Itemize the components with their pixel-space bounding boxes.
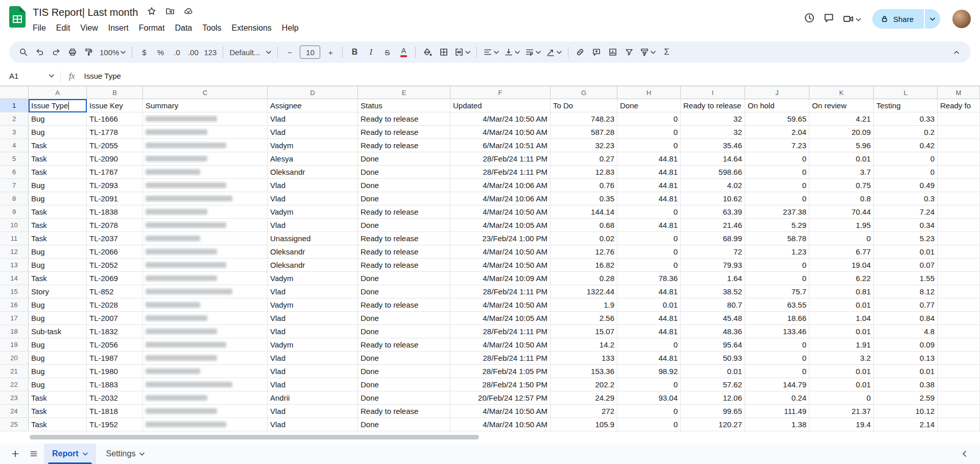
version-history-icon[interactable] xyxy=(804,12,815,26)
cell-on-review[interactable]: 0.8 xyxy=(809,192,874,205)
cell-summary[interactable] xyxy=(143,338,268,352)
header-cell-summary[interactable]: Summary xyxy=(143,99,268,112)
share-dropdown-button[interactable] xyxy=(925,9,940,29)
currency-format-button[interactable]: $ xyxy=(136,44,152,60)
cell-todo[interactable]: 0.27 xyxy=(551,152,617,166)
cell-issue-key[interactable]: TL-852 xyxy=(87,285,143,298)
cell-on-review[interactable]: 0.01 xyxy=(809,298,874,312)
increase-decimal-button[interactable]: .00 xyxy=(185,44,201,60)
cell-todo[interactable]: 0.68 xyxy=(551,219,617,232)
cell-issue-key[interactable]: TL-2056 xyxy=(87,338,143,352)
header-cell-issue-key[interactable]: Issue Key xyxy=(87,99,143,112)
cell-testing[interactable]: 10.12 xyxy=(874,405,938,418)
cell-status[interactable]: Ready to release xyxy=(358,298,450,312)
cell-on-review[interactable]: 1.04 xyxy=(809,312,874,325)
cell-a1-selected[interactable]: Issue Type xyxy=(29,99,87,112)
cell-issue-type[interactable]: Bug xyxy=(29,259,87,272)
cell-todo[interactable]: 14.2 xyxy=(551,338,617,352)
cell-on-review[interactable]: 0.01 xyxy=(809,378,874,391)
cell-updated[interactable]: 23/Feb/24 1:00 PM xyxy=(450,232,551,245)
font-select[interactable]: Default... xyxy=(227,44,274,60)
header-cell-todo[interactable]: To Do xyxy=(551,99,617,112)
cell-done[interactable]: 0 xyxy=(617,259,681,272)
cell-on-review[interactable]: 0 xyxy=(809,391,874,405)
cell-testing[interactable]: 4.8 xyxy=(874,325,938,338)
cell-ready-for[interactable] xyxy=(938,259,980,272)
cell-assignee[interactable]: Vadym xyxy=(268,205,358,219)
cell-todo[interactable]: 105.9 xyxy=(551,418,617,431)
column-header[interactable]: J xyxy=(745,86,809,99)
cell-assignee[interactable]: Vlad xyxy=(268,126,358,139)
cell-updated[interactable]: 28/Feb/24 1:11 PM xyxy=(450,152,551,166)
all-sheets-button[interactable] xyxy=(26,446,42,462)
strikethrough-button[interactable]: S xyxy=(379,44,395,60)
row-number[interactable]: 24 xyxy=(0,405,29,418)
cell-todo[interactable]: 32.23 xyxy=(551,139,617,152)
merge-cells-button[interactable] xyxy=(452,44,473,60)
cell-ready-to-release[interactable]: 80.7 xyxy=(681,298,745,312)
cell-on-hold[interactable]: 0 xyxy=(745,338,809,352)
cell-on-hold[interactable]: 0 xyxy=(745,352,809,365)
cell-testing[interactable]: 0.49 xyxy=(874,179,938,192)
cell-testing[interactable]: 2.59 xyxy=(874,391,938,405)
cell-done[interactable]: 0 xyxy=(617,232,681,245)
cell-done[interactable]: 44.81 xyxy=(617,152,681,166)
cell-assignee[interactable]: Vlad xyxy=(268,365,358,378)
cell-ready-for[interactable] xyxy=(938,405,980,418)
cell-status[interactable]: Done xyxy=(358,152,450,166)
cell-todo[interactable]: 144.14 xyxy=(551,205,617,219)
cell-issue-key[interactable]: TL-1883 xyxy=(87,378,143,391)
cell-status[interactable]: Ready to release xyxy=(358,245,450,259)
cell-done[interactable]: 44.81 xyxy=(617,325,681,338)
cell-ready-to-release[interactable]: 14.64 xyxy=(681,152,745,166)
cell-ready-for[interactable] xyxy=(938,285,980,298)
cell-status[interactable]: Done xyxy=(358,272,450,285)
cell-ready-to-release[interactable]: 68.99 xyxy=(681,232,745,245)
cell-on-hold[interactable]: 58.78 xyxy=(745,232,809,245)
cell-summary[interactable] xyxy=(143,112,268,126)
cell-on-hold[interactable]: 63.55 xyxy=(745,298,809,312)
cell-summary[interactable] xyxy=(143,205,268,219)
cell-issue-type[interactable]: Sub-task xyxy=(29,325,87,338)
row-number[interactable]: 16 xyxy=(0,298,29,312)
cell-issue-type[interactable]: Bug xyxy=(29,312,87,325)
cell-done[interactable]: 44.81 xyxy=(617,192,681,205)
cell-issue-key[interactable]: TL-2055 xyxy=(87,139,143,152)
formula-input[interactable]: Issue Type xyxy=(84,72,980,80)
decrease-decimal-button[interactable]: .0 xyxy=(169,44,185,60)
menu-item[interactable]: Tools xyxy=(197,22,226,34)
cell-done[interactable]: 0.01 xyxy=(617,298,681,312)
cell-updated[interactable]: 4/Mar/24 10:50 AM xyxy=(450,205,551,219)
column-header[interactable]: F xyxy=(450,86,551,99)
cell-on-hold[interactable]: 1.23 xyxy=(745,245,809,259)
cell-on-review[interactable]: 21.37 xyxy=(809,405,874,418)
cell-testing[interactable]: 0.2 xyxy=(874,126,938,139)
cell-on-review[interactable]: 0.81 xyxy=(809,285,874,298)
cell-ready-for[interactable] xyxy=(938,192,980,205)
decrease-font-size-button[interactable]: − xyxy=(281,44,298,60)
header-cell-on-review[interactable]: On review xyxy=(809,99,874,112)
cell-ready-for[interactable] xyxy=(938,378,980,391)
column-header[interactable]: C xyxy=(143,86,268,99)
cell-updated[interactable]: 20/Feb/24 12:57 PM xyxy=(450,391,551,405)
cloud-saved-icon[interactable] xyxy=(184,7,193,18)
cell-ready-for[interactable] xyxy=(938,312,980,325)
cell-done[interactable]: 44.81 xyxy=(617,285,681,298)
cell-updated[interactable]: 28/Feb/24 1:05 PM xyxy=(450,365,551,378)
vertical-align-button[interactable] xyxy=(501,44,522,60)
cell-on-hold[interactable]: 59.65 xyxy=(745,112,809,126)
cell-assignee[interactable]: Vlad xyxy=(268,325,358,338)
row-number[interactable]: 20 xyxy=(0,352,29,365)
cell-assignee[interactable]: Vlad xyxy=(268,192,358,205)
cell-status[interactable]: Done xyxy=(358,325,450,338)
insert-chart-button[interactable] xyxy=(605,44,621,60)
cell-ready-to-release[interactable]: 48.36 xyxy=(681,325,745,338)
text-color-button[interactable]: A xyxy=(395,44,412,60)
cell-issue-key[interactable]: TL-2091 xyxy=(87,192,143,205)
create-filter-button[interactable] xyxy=(621,44,637,60)
cell-summary[interactable] xyxy=(143,166,268,179)
cell-testing[interactable]: 0.01 xyxy=(874,365,938,378)
document-title[interactable]: TIS Report| Last month xyxy=(33,7,138,18)
cell-summary[interactable] xyxy=(143,126,268,139)
cell-assignee[interactable]: Alesya xyxy=(268,152,358,166)
